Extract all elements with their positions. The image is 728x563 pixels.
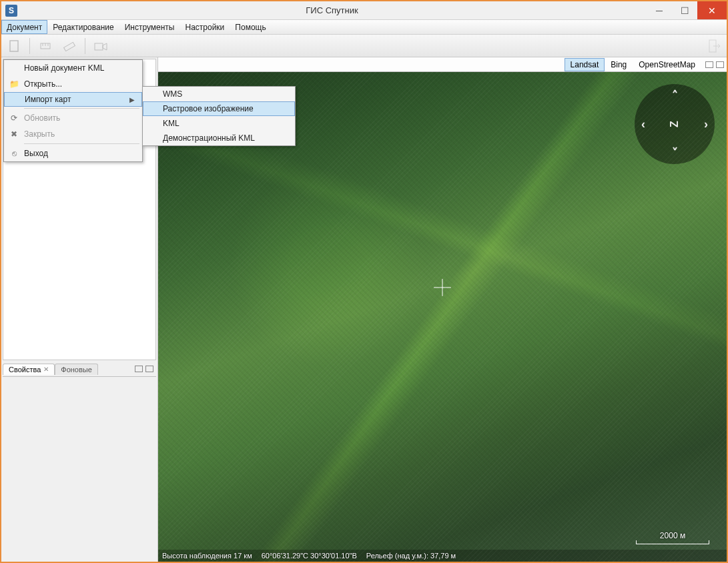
submenu-item-wms[interactable]: WMS (143, 87, 295, 101)
toolbar-camera-button[interactable] (92, 37, 109, 55)
toolbar-measure-button[interactable] (61, 37, 78, 55)
svg-marker-7 (103, 43, 107, 50)
menu-item-exit[interactable]: ⎋Выход (4, 145, 142, 161)
panel-minimize-button[interactable] (135, 366, 143, 372)
status-coordinates: 60°06'31.29"С 30°30'01.10"В (262, 552, 357, 560)
svg-rect-6 (95, 43, 103, 50)
ruler-icon (39, 39, 52, 53)
refresh-icon: ⟳ (4, 113, 24, 123)
menu-item-open[interactable]: 📁Открыть... (4, 76, 142, 92)
menubar: Документ Редактирование Инструменты Наст… (1, 20, 727, 35)
toolbar-ruler-button[interactable] (37, 37, 54, 55)
app-icon: S (5, 5, 17, 17)
menu-item-close: ✖Закрыть (4, 126, 142, 142)
document-icon (7, 39, 21, 53)
svg-rect-0 (10, 41, 18, 51)
menu-tools[interactable]: Инструменты (119, 20, 180, 34)
submenu-item-demo-kml[interactable]: Демонстрационный KML (143, 131, 295, 145)
status-altitude: Высота наблюдения 17 км (162, 552, 252, 560)
menu-edit[interactable]: Редактирование (47, 20, 119, 34)
menu-item-refresh: ⟳Обновить (4, 110, 142, 126)
minimize-button[interactable]: ─ (647, 1, 672, 19)
tab-background[interactable]: Фоновые (55, 364, 98, 375)
compass-west-icon[interactable]: ‹ (641, 117, 645, 131)
properties-body (3, 376, 156, 560)
map-tab-landsat[interactable]: Landsat (565, 58, 605, 71)
titlebar: S ГИС Спутник ─ ☐ ✕ (1, 1, 727, 20)
menu-document[interactable]: Документ (1, 20, 47, 34)
properties-panel: Свойства ✕ Фоновые (1, 362, 157, 562)
tab-properties[interactable]: Свойства ✕ (3, 364, 55, 375)
map-panel-maximize-button[interactable] (716, 61, 724, 68)
map-tab-bing[interactable]: Bing (605, 58, 633, 71)
diagonal-ruler-icon (63, 39, 76, 53)
menu-settings[interactable]: Настройки (179, 20, 230, 34)
import-maps-submenu: WMS Растровое изображение KML Демонстрац… (142, 86, 296, 146)
menu-item-import-maps[interactable]: Импорт карт▶ (4, 92, 142, 107)
compass-north-icon[interactable]: ˄ (672, 88, 678, 103)
panel-maximize-button[interactable] (145, 366, 153, 372)
submenu-item-raster-image[interactable]: Растровое изображение (143, 101, 295, 116)
toolbar (1, 35, 727, 57)
door-exit-icon (707, 39, 721, 53)
document-tree-panel: Новый документ KML 📁Открыть... Импорт ка… (3, 59, 156, 360)
chevron-right-icon: ▶ (129, 96, 137, 103)
folder-icon: 📁 (4, 79, 24, 89)
toolbar-button-1[interactable] (5, 37, 23, 55)
map-panel-minimize-button[interactable] (705, 61, 713, 68)
maximize-button[interactable]: ☐ (672, 1, 697, 19)
camera-icon (93, 39, 108, 53)
scale-label: 2000 м (660, 531, 685, 540)
exit-icon: ⎋ (4, 149, 24, 158)
tab-close-icon[interactable]: ✕ (43, 366, 49, 373)
compass-east-icon[interactable]: › (704, 117, 708, 131)
svg-rect-5 (64, 42, 75, 51)
compass-south-icon[interactable]: ˅ (672, 145, 678, 160)
left-panel: Новый документ KML 📁Открыть... Импорт ка… (1, 57, 158, 562)
map-layer-tabs: Landsat Bing OpenStreetMap (158, 57, 727, 72)
crosshair-icon (434, 279, 451, 296)
map-status-bar: Высота наблюдения 17 км 60°06'31.29"С 30… (158, 550, 727, 562)
map-tab-osm[interactable]: OpenStreetMap (633, 58, 701, 71)
toolbar-exit-button[interactable] (705, 37, 723, 55)
compass-widget[interactable]: ˄ ˅ › ‹ Z (635, 84, 715, 164)
close-button[interactable]: ✕ (697, 1, 727, 19)
close-icon: ✖ (4, 129, 24, 139)
status-relief: Рельеф (над у.м.): 37,79 м (366, 552, 456, 560)
submenu-item-kml[interactable]: KML (143, 116, 295, 131)
window-title: ГИС Спутник (17, 5, 647, 15)
scale-bar: 2000 м (636, 531, 709, 544)
document-menu-dropdown: Новый документ KML 📁Открыть... Импорт ка… (3, 59, 143, 162)
menu-item-new-kml[interactable]: Новый документ KML (4, 60, 142, 76)
compass-center: Z (669, 121, 681, 127)
menu-help[interactable]: Помощь (230, 20, 271, 34)
